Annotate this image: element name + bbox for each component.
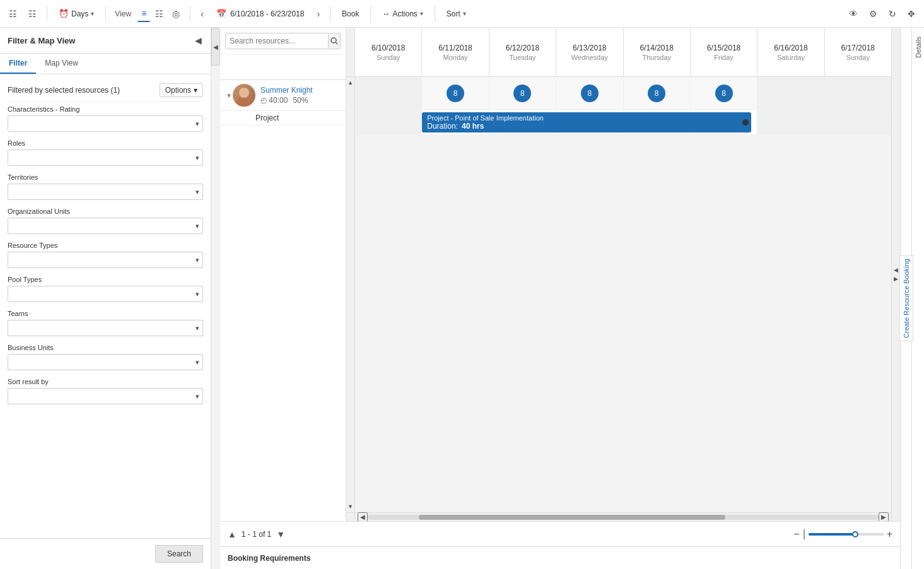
toolbar: ☷ ☷ ⏰ Days ▾ View ≡ ☷ ◎ ‹ 📅 6/10/2018 - … [0,0,924,28]
center-area: ▼ Summer Knight ◴ 40:00 50% Pro [220,28,900,569]
refresh-icon-btn[interactable]: ↻ [885,6,900,21]
booking-title: Project - Point of Sale Implementation [427,114,544,122]
filter-select-7[interactable] [8,354,203,370]
date-col-4: 6/14/2018 Thursday [624,28,691,76]
filter-select-wrap-0 [8,115,203,132]
sched-cell-0-4: 8 [624,77,691,109]
main-layout: Filter & Map View ◀ Filter Map View Filt… [0,28,924,569]
filter-group-label-8: Sort result by [8,378,203,385]
filter-group-teams: Teams [8,310,203,336]
date-col-1: 6/11/2018 Monday [422,28,489,76]
vscroll-down-btn[interactable]: ▼ [348,503,353,510]
filter-panel-header: Filter & Map View ◀ [0,28,211,54]
book-btn[interactable]: Book [337,7,364,21]
grid-view-btn[interactable]: ☷ [151,6,167,21]
options-btn[interactable]: Options ▾ [160,83,203,97]
day-label-3: Wednesday [571,54,608,61]
resource-search-input[interactable] [225,33,329,49]
filter-select-2[interactable] [8,184,203,200]
booking-block-text: Project - Point of Sale Implementation D… [427,114,544,131]
date-col-5: 6/15/2018 Friday [691,28,757,76]
pagination-bar: ▲ 1 - 1 of 1 ▼ − + [220,521,900,546]
filter-collapse-arrow[interactable]: ◀ [211,28,220,66]
pag-up-btn[interactable]: ▲ [228,529,237,539]
list-view-icon-1[interactable]: ☷ [5,6,21,21]
date-header-row: 6/10/2018 Sunday 6/11/2018 Monday 6/12/2… [355,28,891,77]
filter-select-5[interactable] [8,286,203,302]
proj-cell-0 [355,110,422,135]
create-booking-label[interactable]: Create Resource Booking [899,255,913,341]
zoom-slider[interactable] [809,533,884,536]
sched-collapse-right-btn[interactable]: ▶ [893,275,899,283]
filter-group-label-6: Teams [8,310,203,317]
filter-select-3[interactable] [8,218,203,234]
filter-group-resource-types: Resource Types [8,242,203,268]
resource-row-summer[interactable]: ▼ Summer Knight ◴ 40:00 50% [220,80,346,111]
hscroll-track [368,515,879,520]
list-view-btn[interactable]: ≡ [137,6,150,22]
hscroll-right-btn[interactable]: ▶ [879,512,889,522]
filter-select-wrap-6 [8,320,203,336]
date-label-2: 6/12/2018 [506,44,539,52]
date-col-2: 6/12/2018 Tuesday [489,28,556,76]
toolbar-separator-6 [435,6,435,21]
toolbar-separator-1 [47,6,47,21]
zoom-plus-btn[interactable]: + [887,529,892,540]
filter-select-0[interactable] [8,115,203,132]
resource-list-panel: ▼ Summer Knight ◴ 40:00 50% Pro [220,28,346,521]
vscroll-footer [346,512,354,521]
proj-cell-7 [824,110,891,135]
date-range-btn[interactable]: 📅 6/10/2018 - 6/23/2018 [211,6,309,21]
filter-select-6[interactable] [8,320,203,336]
options-label: Options [165,86,191,95]
booking-dot [742,119,749,126]
sched-collapse-left-btn[interactable]: ◀ [893,266,899,274]
filter-select-1[interactable] [8,150,203,166]
filter-select-8[interactable] [8,388,203,404]
list-view-icon-2[interactable]: ☷ [25,6,40,21]
proj-cell-6 [757,110,824,135]
date-label-7: 6/17/2018 [841,44,875,52]
filter-select-wrap-8 [8,388,203,404]
filter-select-wrap-4 [8,252,203,268]
days-dropdown[interactable]: ⏰ Days ▾ [54,6,99,21]
vscroll-body: ▲ ▼ [346,77,354,512]
resource-hours: ◴ 40:00 [260,96,288,105]
resource-expand-icon: ▼ [225,91,233,99]
globe-view-btn[interactable]: ◎ [168,6,184,21]
zoom-minus-btn[interactable]: − [793,529,799,540]
expand-icon-btn[interactable]: ✥ [904,6,919,21]
sched-cell-0-2: 8 [489,77,556,109]
booking-duration-value: 40 hrs [462,122,484,131]
hscroll-thumb[interactable] [419,515,725,520]
days-label: Days [71,9,88,18]
filter-tab-mapview[interactable]: Map View [36,54,86,74]
resource-search-btn[interactable] [329,33,341,49]
vscroll-up-btn[interactable]: ▲ [348,79,353,86]
filter-panel-collapse-btn[interactable]: ◀ [194,34,203,47]
booking-block[interactable]: Project - Point of Sale Implementation D… [422,112,751,132]
prev-date-btn[interactable]: ‹ [197,6,208,21]
eye-icon-btn[interactable]: 👁 [845,6,862,21]
actions-btn[interactable]: ↔ Actions ▾ [377,7,428,21]
scheduler-project-row: Project - Point of Sale Implementation D… [355,110,891,135]
sort-btn[interactable]: Sort ▾ [442,7,471,21]
filter-group-business-units: Business Units [8,344,203,370]
details-label[interactable]: Details [913,33,923,62]
resource-project-row[interactable]: Project [220,111,346,126]
pag-down-btn[interactable]: ▼ [276,529,285,539]
search-button[interactable]: Search [155,545,203,563]
view-label: View [112,9,134,18]
cell-hours-2: 8 [513,85,531,102]
zoom-handle[interactable] [852,531,858,537]
book-label: Book [342,9,359,18]
options-arrow: ▾ [194,86,197,95]
filter-tab-filter[interactable]: Filter [0,54,36,74]
filtered-label: Filtered by selected resources (1) [8,86,120,95]
filter-select-4[interactable] [8,252,203,268]
hscroll-left-btn[interactable]: ◀ [358,512,368,522]
settings-icon-btn[interactable]: ⚙ [865,6,881,21]
svg-point-0 [331,38,336,43]
scheduler-body: 8 8 8 8 [355,77,891,512]
next-date-btn[interactable]: › [313,6,324,21]
